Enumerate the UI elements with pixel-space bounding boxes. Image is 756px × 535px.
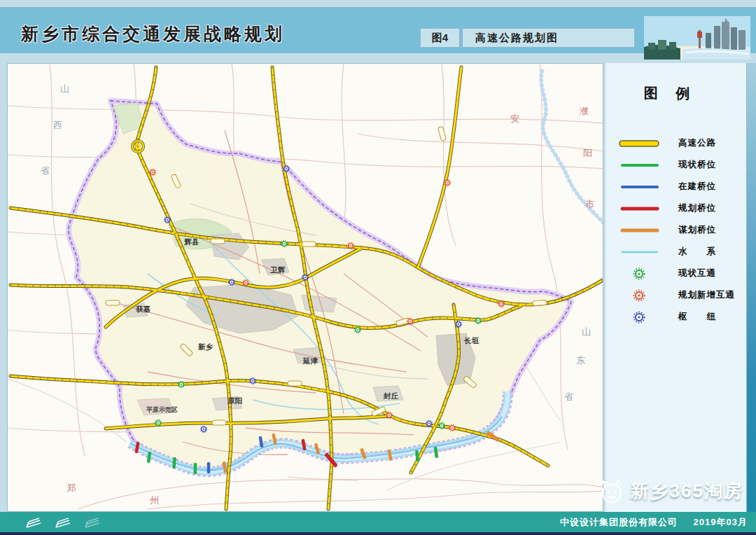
map-label: 封丘	[383, 391, 399, 400]
planning-poster-page: 新乡市综合交通发展战略规划 图4 高速公路规划图	[0, 0, 756, 535]
map-label: 省	[564, 391, 573, 402]
logo-mark-icon	[24, 515, 43, 529]
map-label: 原阳	[227, 396, 242, 405]
footer-credit: 中设设计集团股份有限公司 2019年03月	[560, 516, 748, 529]
header-cityscape-photo	[644, 16, 750, 60]
legend-item-hub: 枢 纽	[618, 306, 756, 328]
expressway-planning-map: 辉县卫辉获嘉新乡延津原阳封丘长垣平原示范区山西省山东省安濮阳市郑州	[8, 64, 603, 512]
existing-bridge-marker	[194, 463, 197, 474]
map-label: 平原示范区	[146, 406, 178, 413]
map-panel: 辉县卫辉获嘉新乡延津原阳封丘长垣平原示范区山西省山东省安濮阳市郑州	[7, 63, 603, 512]
map-label: 山	[60, 83, 69, 94]
map-label: 西	[53, 120, 62, 130]
map-label: 辉县	[183, 237, 200, 246]
map-label: 省	[41, 165, 50, 176]
map-label: 市	[585, 199, 594, 209]
page-title: 新乡市综合交通发展战略规划	[21, 22, 285, 46]
region-boundary	[69, 101, 571, 471]
hub-symbol	[618, 311, 662, 324]
legend-item-planned-interchange: 规划新增互通	[618, 284, 756, 306]
footer-bar: 中设设计集团股份有限公司 2019年03月	[0, 512, 756, 532]
construction-bridge-swatch	[618, 182, 662, 192]
logo-mark-icon	[53, 515, 73, 529]
existing-bridge-swatch	[618, 160, 662, 170]
water-swatch	[618, 247, 662, 257]
legend-title: 图 例	[606, 84, 735, 103]
planned-bridge-swatch	[618, 204, 662, 214]
legend-item-existing-bridge: 现状桥位	[618, 154, 756, 176]
legend-item-planned-bridge: 规划桥位	[618, 197, 756, 219]
footer-logo-marks	[24, 515, 102, 529]
legend-item-proposed-bridge: 谋划桥位	[618, 219, 756, 241]
legend-gradient-strip	[746, 63, 756, 512]
map-label: 东	[576, 355, 585, 366]
proposed-bridge-swatch	[618, 225, 662, 235]
map-label: 长垣	[463, 336, 479, 345]
legend-list: 高速公路 现状桥位 在建桥位 规划桥位	[606, 132, 756, 328]
watermark-face-icon	[597, 478, 625, 504]
watermark-text: 新乡365淘房	[631, 479, 743, 503]
map-label: 州	[150, 495, 159, 506]
expressway-swatch	[618, 139, 662, 148]
construction-bridge-marker	[207, 462, 211, 473]
publish-date: 2019年03月	[694, 517, 748, 527]
map-label: 安	[510, 113, 519, 124]
header-band: 新乡市综合交通发展战略规划 图4 高速公路规划图	[0, 7, 756, 53]
figure-title-box: 高速公路规划图	[462, 28, 635, 48]
existing-interchange-symbol	[618, 268, 662, 280]
planned-interchange-symbol	[618, 289, 662, 302]
map-label: 郑	[66, 482, 76, 493]
legend-panel: 图 例 高速公路 现状桥位 在建桥位	[606, 63, 756, 512]
watermark: 新乡365淘房	[597, 478, 743, 504]
company-name: 中设设计集团股份有限公司	[560, 517, 678, 527]
map-label: 延津	[302, 356, 318, 365]
legend-item-existing-interchange: 现状互通	[618, 263, 756, 284]
legend-item-expressway: 高速公路	[618, 132, 756, 154]
map-label: 卫辉	[270, 265, 286, 274]
map-label: 濮	[579, 106, 589, 116]
map-label: 阳	[583, 148, 592, 158]
footer-edge-line	[0, 532, 756, 535]
map-label: 山	[582, 326, 591, 337]
figure-number-box: 图4	[420, 28, 460, 48]
logo-mark-icon	[83, 515, 102, 529]
legend-item-water: 水 系	[618, 241, 756, 263]
map-label: 获嘉	[136, 305, 151, 313]
legend-item-construction-bridge: 在建桥位	[618, 176, 756, 197]
map-label: 新乡	[197, 342, 214, 351]
